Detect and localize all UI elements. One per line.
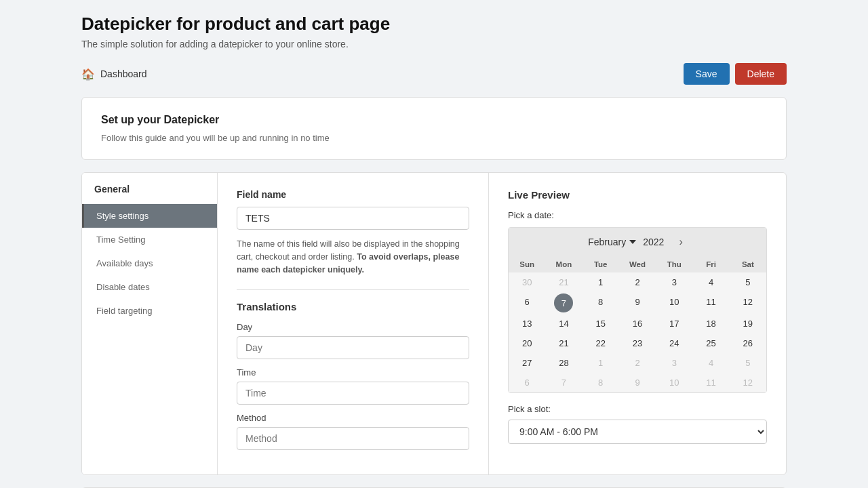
cal-day-sat: Sat [730,256,766,272]
page-title: Datepicker for product and cart page [81,14,787,35]
form-panel: Field name The name of this field will a… [218,173,489,474]
setup-card-title: Set up your Datepicker [101,114,767,126]
calendar-date[interactable]: 14 [545,314,582,333]
calendar-date[interactable]: 6 [509,292,545,314]
time-input[interactable] [237,382,469,405]
pick-slot-label: Pick a slot: [508,404,767,414]
calendar-date[interactable]: 19 [730,314,766,333]
sidebar-item-disable-dates[interactable]: Disable dates [82,275,217,299]
calendar-date[interactable]: 18 [692,314,729,333]
calendar-next-button[interactable]: › [675,235,686,249]
calendar-date[interactable]: 28 [545,353,582,373]
calendar-date[interactable]: 24 [656,333,692,353]
sidebar-item-time-setting[interactable]: Time Setting [82,228,217,251]
translations-title: Translations [237,301,469,312]
calendar-date[interactable]: 6 [509,373,545,392]
calendar-date[interactable]: 1 [583,353,619,373]
calendar-month-select[interactable]: February January March [588,237,637,247]
dashboard-label: Dashboard [100,68,147,79]
cal-day-mon: Mon [545,256,582,272]
calendar-date[interactable]: 4 [692,272,729,292]
calendar-dates: 3021123456789101112131415161718192021222… [509,272,766,392]
calendar-date[interactable]: 21 [545,272,582,292]
calendar-date[interactable]: 8 [583,292,619,314]
calendar-date[interactable]: 25 [692,333,729,353]
sidebar-title: General [82,184,217,204]
page-header: Datepicker for product and cart page The… [81,14,787,49]
calendar: February January March 2022 › Sun Mon Tu… [508,227,767,393]
day-input[interactable] [237,336,469,359]
calendar-date[interactable]: 12 [730,292,766,314]
calendar-date[interactable]: 3 [656,353,692,373]
calendar-year: 2022 [643,237,664,247]
preview-panel: Live Preview Pick a date: February Janua… [489,173,786,474]
calendar-date[interactable]: 4 [692,353,729,373]
calendar-date[interactable]: 1 [583,272,619,292]
method-input[interactable] [237,427,469,450]
calendar-date[interactable]: 30 [509,272,545,292]
calendar-date[interactable]: 7 [545,373,582,392]
calendar-date[interactable]: 23 [619,333,656,353]
calendar-date[interactable]: 2 [619,272,656,292]
top-bar: 🏠 Dashboard Save Delete [81,63,787,85]
calendar-date[interactable]: 27 [509,353,545,373]
calendar-date[interactable]: 12 [730,373,766,392]
cal-day-thu: Thu [656,256,692,272]
calendar-date[interactable]: 9 [619,373,656,392]
top-actions: Save Delete [684,63,787,85]
sidebar: General Style settings Time Setting Avai… [82,173,218,474]
calendar-date[interactable]: 10 [656,373,692,392]
calendar-date[interactable]: 13 [509,314,545,333]
calendar-date[interactable]: 11 [692,373,729,392]
preview-title: Live Preview [508,189,767,201]
calendar-date[interactable]: 21 [545,333,582,353]
setup-card-description: Follow this guide and you will be up and… [101,133,767,143]
calendar-date[interactable]: 8 [583,373,619,392]
calendar-date[interactable]: 15 [583,314,619,333]
setup-card: Set up your Datepicker Follow this guide… [81,97,787,160]
calendar-date[interactable]: 3 [656,272,692,292]
delete-button[interactable]: Delete [735,63,787,85]
calendar-date[interactable]: 5 [730,272,766,292]
cal-day-tue: Tue [583,256,619,272]
cal-day-fri: Fri [692,256,729,272]
calendar-header: February January March 2022 › [509,228,766,256]
save-button-top[interactable]: Save [684,63,730,85]
field-name-label: Field name [237,189,469,200]
calendar-date[interactable]: 9 [619,292,656,314]
cal-day-wed: Wed [619,256,656,272]
calendar-date[interactable]: 26 [730,333,766,353]
field-name-input[interactable] [237,207,469,230]
calendar-date[interactable]: 10 [656,292,692,314]
field-name-note: The name of this field will also be disp… [237,238,469,276]
sidebar-item-field-targeting[interactable]: Field targeting [82,299,217,323]
home-icon: 🏠 [81,68,95,81]
slot-select[interactable]: 9:00 AM - 6:00 PM [508,420,767,444]
calendar-date[interactable]: 7 [554,293,573,312]
calendar-date[interactable]: 5 [730,353,766,373]
pick-date-label: Pick a date: [508,210,767,220]
calendar-date[interactable]: 2 [619,353,656,373]
page-subtitle: The simple solution for adding a datepic… [81,39,787,49]
calendar-days-header: Sun Mon Tue Wed Thu Fri Sat [509,256,766,272]
calendar-grid: Sun Mon Tue Wed Thu Fri Sat 302112345678… [509,256,766,392]
calendar-date[interactable]: 22 [583,333,619,353]
calendar-date[interactable]: 11 [692,292,729,314]
calendar-date[interactable]: 20 [509,333,545,353]
cal-day-sun: Sun [509,256,545,272]
calendar-date[interactable]: 16 [619,314,656,333]
calendar-date[interactable]: 17 [656,314,692,333]
time-label: Time [237,367,469,378]
main-content: General Style settings Time Setting Avai… [81,172,787,475]
method-label: Method [237,413,469,423]
sidebar-item-style-settings[interactable]: Style settings [82,204,217,228]
day-label: Day [237,322,469,332]
sidebar-item-available-days[interactable]: Available days [82,251,217,275]
dashboard-link[interactable]: 🏠 Dashboard [81,68,147,81]
